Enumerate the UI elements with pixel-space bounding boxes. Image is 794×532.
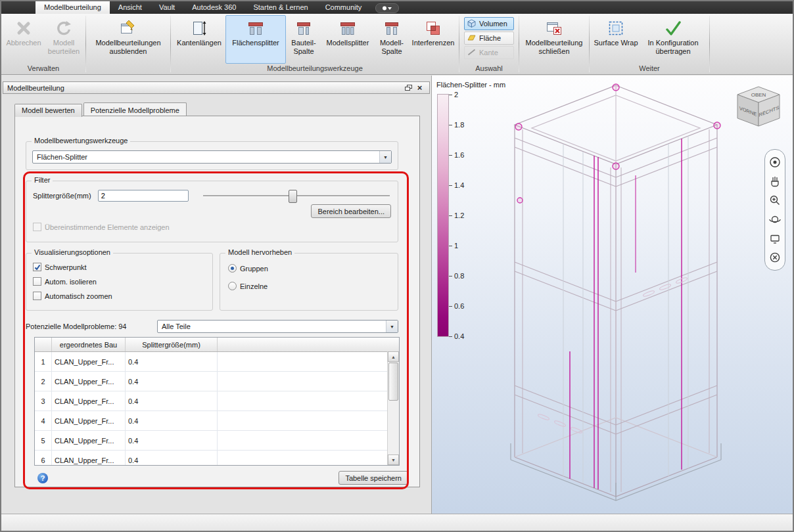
pan-icon[interactable] xyxy=(768,175,782,188)
cancel-button[interactable]: Abbrechen xyxy=(3,15,44,64)
slider-thumb[interactable] xyxy=(289,190,297,203)
cancel-icon xyxy=(15,18,32,39)
table-row[interactable]: 5 CLAN_Upper_Fr... 0.4 xyxy=(35,431,388,451)
tools-combo[interactable]: Flächen-Splitter ▼ xyxy=(32,150,392,164)
ribbon: Abbrechen Modell beurteilen Verwalten xyxy=(1,14,793,75)
scroll-down-icon[interactable]: ▼ xyxy=(388,454,399,465)
face-splitter-icon xyxy=(247,18,264,39)
assessment-panel: Modellbeurteilung × Modell bewerten Pote… xyxy=(1,76,432,514)
gruppen-radio[interactable]: Gruppen xyxy=(228,264,390,273)
surface-wrap-button[interactable]: Surface Wrap xyxy=(592,15,640,64)
group-label-verwalten: Verwalten xyxy=(1,64,85,74)
help-icon[interactable]: ? xyxy=(37,473,48,483)
splitter-size-input[interactable] xyxy=(98,190,189,202)
table-row[interactable]: 6 CLAN_Upper_Fr... 0.4 xyxy=(35,451,388,466)
radio-unselected xyxy=(228,282,237,290)
tab-community[interactable]: Community xyxy=(317,1,371,14)
tab-modellbeurteilung[interactable]: Modellbeurteilung xyxy=(35,1,110,14)
save-table-button[interactable]: Tabelle speichern xyxy=(339,471,408,485)
tab-vault[interactable]: Vault xyxy=(151,1,183,14)
splitter-size-header[interactable]: Splittergröße(mm) xyxy=(126,338,218,351)
tab-potenzielle-modellprobleme[interactable]: Potenzielle Modellprobleme xyxy=(83,102,187,116)
viewcube-top-label: OBEN xyxy=(751,92,766,98)
splitter-size-slider[interactable] xyxy=(202,189,391,202)
problems-table: ergeordnetes Bau Splittergröße(mm) 1 CLA… xyxy=(34,337,400,466)
volume-cube-icon xyxy=(467,19,476,29)
flaechensplitter-button[interactable]: Flächensplitter xyxy=(225,15,286,64)
3d-model-wireframe xyxy=(432,76,792,514)
highlight-groupbox: Modell hervorheben Gruppen Einzelne xyxy=(220,253,398,311)
automatisch-zoomen-checkbox[interactable]: Automatisch zoomen xyxy=(33,292,206,300)
close-assessment-icon xyxy=(546,18,563,39)
tab-content: Modellbewertungswerkzeuge Flächen-Splitt… xyxy=(14,116,420,487)
table-row[interactable]: 2 CLAN_Upper_Fr... 0.4 xyxy=(35,372,388,391)
flaeche-select-button[interactable]: Fläche xyxy=(464,32,514,45)
checkbox-box xyxy=(33,223,41,231)
hide-assessments-button[interactable]: Modellbeurteilungen ausblenden xyxy=(88,15,168,64)
model-gap-icon xyxy=(383,18,400,39)
checkbox-box xyxy=(33,277,41,286)
ribbon-group-hide: Modellbeurteilungen ausblenden xyxy=(86,14,170,74)
table-row[interactable]: 4 CLAN_Upper_Fr... 0.4 xyxy=(35,411,388,431)
splitter-size-label: Splittergröße(mm) xyxy=(33,192,91,200)
hide-assessments-icon xyxy=(120,18,137,39)
row-number-header[interactable] xyxy=(35,338,52,351)
assess-model-button[interactable]: Modell beurteilen xyxy=(44,15,83,64)
refresh-icon xyxy=(55,18,72,39)
einzelne-radio[interactable]: Einzelne xyxy=(228,282,390,290)
modell-spalte-button[interactable]: Modell- Spalte xyxy=(374,15,409,64)
ribbon-group-werkzeuge: Kantenlängen Flächensplitter Bauteil- Sp… xyxy=(171,14,459,74)
interferenzen-button[interactable]: Interferenzen xyxy=(409,15,457,64)
modellsplitter-button[interactable]: Modellsplitter xyxy=(321,15,374,64)
table-scrollbar[interactable]: ▲ ▼ xyxy=(387,351,399,465)
table-row[interactable]: 3 CLAN_Upper_Fr... 0.4 xyxy=(35,391,388,411)
problems-count-label: Potenzielle Modellprobleme: 94 xyxy=(26,322,157,330)
transfer-config-button[interactable]: In Konfiguration übertragen xyxy=(640,15,706,64)
schwerpunkt-checkbox[interactable]: Schwerpunkt xyxy=(33,263,206,271)
orbit-icon[interactable] xyxy=(768,213,782,226)
color-scale-gradient xyxy=(437,94,449,337)
table-header: ergeordnetes Bau Splittergröße(mm) xyxy=(35,338,399,352)
interference-icon xyxy=(425,18,442,39)
navigation-bar xyxy=(764,149,785,271)
tab-starten-lernen[interactable]: Starten & Lernen xyxy=(245,1,316,14)
autom-isolieren-checkbox[interactable]: Autom. isolieren xyxy=(33,277,206,286)
table-body: 1 CLAN_Upper_Fr... 0.4 2 CLAN_Upper_Fr..… xyxy=(35,352,388,466)
ribbon-group-verwalten: Abbrechen Modell beurteilen Verwalten xyxy=(1,14,85,74)
scroll-up-icon[interactable]: ▲ xyxy=(388,351,399,362)
ribbon-group-schliessen: Modellbeurteilung schließen xyxy=(519,14,589,74)
navigation-wheel-icon[interactable] xyxy=(768,156,782,169)
zoom-icon[interactable] xyxy=(768,194,782,207)
tab-modell-bewerten[interactable]: Modell bewerten xyxy=(14,104,82,117)
highlight-legend: Modell hervorheben xyxy=(225,248,294,256)
parent-part-header[interactable]: ergeordnetes Bau xyxy=(52,338,126,351)
checkbox-checked-box xyxy=(33,263,41,271)
parts-filter-combo[interactable]: Alle Teile ▼ xyxy=(157,320,398,333)
navbar-close-icon[interactable] xyxy=(768,251,782,264)
tab-autodesk-360[interactable]: Autodesk 360 xyxy=(183,1,245,14)
3d-viewport[interactable]: Flächen-Splitter - mm 2 1.8 1.6 1.4 1.2 … xyxy=(432,76,793,514)
group-label-auswahl: Auswahl xyxy=(459,64,519,74)
ribbon-options-icon[interactable] xyxy=(375,3,399,13)
bauteil-spalte-button[interactable]: Bauteil- Spalte xyxy=(286,15,321,64)
tools-groupbox-legend: Modellbewertungswerkzeuge xyxy=(32,137,130,144)
close-assessment-button[interactable]: Modellbeurteilung schließen xyxy=(521,15,587,64)
edit-range-button[interactable]: Bereich bearbeiten... xyxy=(311,204,391,218)
look-at-icon[interactable] xyxy=(768,232,782,245)
dropdown-arrow-icon: ▼ xyxy=(383,155,388,160)
close-panel-icon[interactable]: × xyxy=(414,83,425,93)
float-panel-icon[interactable] xyxy=(403,83,414,93)
view-cube[interactable]: OBEN VORNE RECHTS xyxy=(734,83,783,133)
application-window: Modellbeurteilung Ansicht Vault Autodesk… xyxy=(0,0,794,532)
filter-groupbox: Filter Splittergröße(mm) Bereich bearbei… xyxy=(26,181,398,242)
kantenlaengen-button[interactable]: Kantenlängen xyxy=(173,15,225,64)
volumen-select-button[interactable]: Volumen xyxy=(464,17,514,30)
scrollbar-thumb[interactable] xyxy=(388,363,398,401)
tools-groupbox: Modellbewertungswerkzeuge Flächen-Splitt… xyxy=(26,141,398,170)
tab-ansicht[interactable]: Ansicht xyxy=(110,1,151,14)
show-matching-checkbox[interactable]: Übereinstimmende Elemente anzeigen xyxy=(33,223,391,231)
scrollbar-track[interactable] xyxy=(388,362,399,454)
table-row[interactable]: 1 CLAN_Upper_Fr... 0.4 xyxy=(35,352,388,372)
surface-wrap-icon xyxy=(607,18,624,39)
kante-select-button[interactable]: Kante xyxy=(464,46,514,59)
